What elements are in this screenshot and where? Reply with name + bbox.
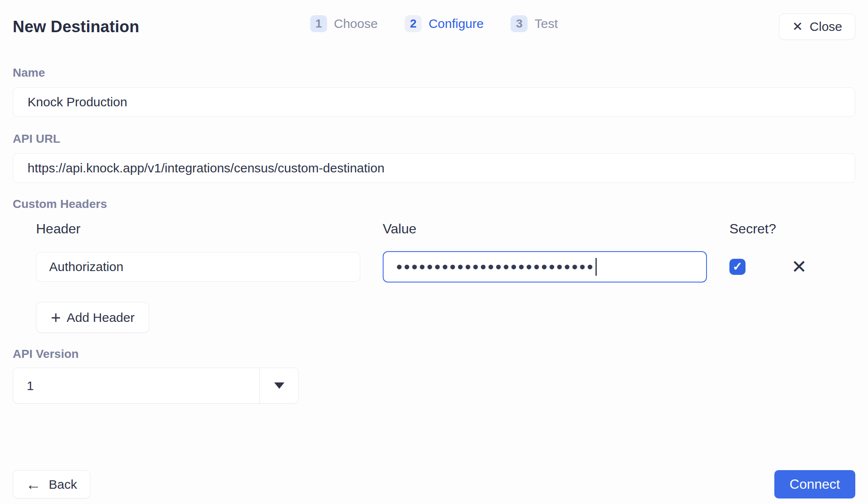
step-choose-label: Choose: [334, 17, 378, 31]
custom-headers-label: Custom Headers: [13, 197, 855, 211]
api-url-label: API URL: [13, 132, 855, 146]
step-test-label: Test: [534, 17, 558, 31]
api-version-selected-value: 1: [13, 368, 259, 403]
step-configure[interactable]: 2 Configure: [405, 15, 484, 32]
back-button[interactable]: ← Back: [13, 470, 90, 498]
step-configure-number: 2: [405, 15, 422, 32]
delete-header-icon[interactable]: ✕: [791, 258, 807, 276]
step-test-number: 3: [511, 15, 528, 32]
new-destination-dialog: New Destination 1 Choose 2 Configure 3 T…: [0, 0, 868, 504]
header-name-input[interactable]: Authorization: [36, 252, 360, 282]
select-caret-zone[interactable]: [259, 368, 298, 403]
close-icon: ✕: [792, 20, 803, 33]
step-configure-label: Configure: [428, 17, 484, 31]
name-input-value: Knock Production: [28, 95, 127, 109]
back-button-label: Back: [49, 477, 77, 492]
caret-down-icon: [274, 382, 284, 389]
api-url-input-value: https://api.knock.app/v1/integrations/ce…: [28, 161, 384, 175]
api-version-label: API Version: [13, 347, 855, 361]
add-header-button[interactable]: + Add Header: [36, 302, 149, 333]
api-url-input[interactable]: https://api.knock.app/v1/integrations/ce…: [13, 153, 855, 183]
header-name-input-value: Authorization: [49, 260, 123, 274]
plus-icon: +: [51, 309, 61, 326]
close-button-label: Close: [810, 19, 842, 34]
back-arrow-icon: ←: [26, 477, 41, 492]
header-value-masked: ••••••••••••••••••••••••••: [396, 258, 595, 275]
text-cursor: [595, 258, 597, 276]
column-header-value: Value: [383, 221, 707, 237]
name-input[interactable]: Knock Production: [13, 87, 855, 117]
dialog-header: New Destination 1 Choose 2 Configure 3 T…: [13, 0, 855, 41]
step-test[interactable]: 3 Test: [511, 15, 558, 32]
name-label: Name: [13, 66, 855, 80]
stepper: 1 Choose 2 Configure 3 Test: [310, 15, 558, 32]
custom-headers-column-row: Header Value Secret?: [36, 221, 855, 237]
connect-button[interactable]: Connect: [774, 470, 855, 498]
page-title: New Destination: [13, 18, 139, 36]
column-header-secret: Secret?: [729, 221, 852, 237]
secret-cell: ✓ ✕: [729, 258, 852, 276]
step-choose-number: 1: [310, 15, 327, 32]
column-header-header: Header: [36, 221, 360, 237]
dialog-footer: ← Back Connect: [13, 470, 855, 498]
step-choose[interactable]: 1 Choose: [310, 15, 378, 32]
api-version-select[interactable]: 1: [13, 368, 299, 404]
secret-checkbox[interactable]: ✓: [729, 259, 746, 275]
custom-header-row: Authorization ••••••••••••••••••••••••••…: [36, 251, 855, 282]
connect-button-label: Connect: [790, 476, 840, 492]
checkmark-icon: ✓: [732, 261, 742, 273]
add-header-button-label: Add Header: [67, 310, 134, 325]
header-value-input[interactable]: ••••••••••••••••••••••••••: [383, 251, 707, 282]
close-button[interactable]: ✕ Close: [779, 14, 855, 40]
